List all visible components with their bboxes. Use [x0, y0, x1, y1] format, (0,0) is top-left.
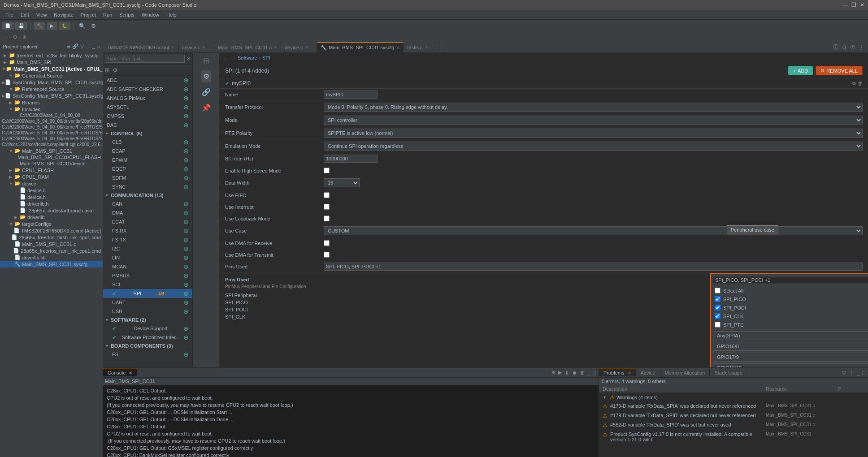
tree-item-sysconfig1[interactable]: ▶ 📄 SysConfig [Main_BMS_SPI_CC31.syscfg] — [0, 79, 103, 86]
tree-item-driverlib-folder[interactable]: ▶ 📂 driverlib — [0, 214, 103, 220]
instance-delete-icon[interactable]: 🗑 — [858, 81, 863, 86]
module-add-icon[interactable]: ⊕ — [183, 95, 189, 102]
tab-close-icon[interactable]: ✕ — [396, 45, 399, 50]
field-checkbox-dma-transmit[interactable] — [324, 252, 330, 258]
module-group-board[interactable]: ▼ BOARD COMPONENTS (3) — [103, 342, 192, 350]
field-checkbox-interrupt[interactable] — [324, 204, 330, 210]
tab-device-c2[interactable]: device.c ✕ — [281, 42, 317, 52]
maximize-panel-icon[interactable]: □ — [97, 43, 100, 49]
tree-item-mainbms-cc31[interactable]: ▼ 📁 Main_BMS_SPI_CC31 [Active - CPU1_FLA… — [0, 65, 103, 72]
module-add-icon[interactable]: ⊕ — [183, 156, 189, 164]
menu-project[interactable]: Project — [77, 11, 100, 18]
view-menu-icon[interactable]: ⋮ — [86, 43, 91, 49]
tree-item-inc4[interactable]: C:/ti/C2000Ware_5_04_00_00/kernel/FreeRT… — [0, 130, 103, 136]
module-add-icon[interactable]: ⊕ — [183, 308, 189, 315]
toolbar-build[interactable]: 🔨 — [34, 22, 45, 30]
field-checkbox-fifo[interactable] — [324, 192, 330, 198]
tree-item-inc1[interactable]: C:/ti/C2000Ware_5_04_00_00 — [0, 112, 103, 118]
tab-close-icon[interactable]: ✕ — [425, 45, 428, 50]
module-sw-prio-inter[interactable]: ✔ Software Prioritized Inter... ⊕ — [103, 333, 192, 342]
console-tab-close-icon[interactable]: ✕ — [129, 371, 132, 375]
editor-more-icon[interactable]: ⋮ — [859, 44, 864, 51]
toolbar-save[interactable]: 💾 — [15, 22, 27, 30]
tree-item-cmd2[interactable]: 📄 28p65x_freertos_ram_lnk_cpu1.cmd — [0, 247, 103, 254]
editor-history-icon[interactable]: ⏱ — [850, 44, 855, 51]
module-add-icon[interactable]: ⊕ — [183, 245, 189, 252]
module-icon-btn1[interactable]: ⊞ — [105, 67, 110, 73]
tree-item-sysconfig2[interactable]: ▶ 📄 SysConfig [Main_BMS_SPI_CC31.syscfg] — [0, 92, 103, 99]
module-dma[interactable]: DMA ⊕ — [103, 208, 192, 217]
module-sci[interactable]: SCI ⊕ — [103, 280, 192, 289]
dropdown-peripheral-select[interactable]: Any(SPIA) — [713, 331, 868, 340]
module-lin[interactable]: LIN ⊕ — [103, 253, 192, 262]
module-adc-safety[interactable]: ADC SAFETY CHECKER ⊕ — [103, 85, 192, 94]
module-add-icon[interactable]: ⊕ — [183, 227, 189, 234]
tree-item-devicec[interactable]: 📄 device.c — [0, 187, 103, 194]
field-select-pte-polarity[interactable]: SPIPTE is active low (normal) — [324, 129, 863, 138]
tree-item-deviceh[interactable]: 📄 device.h — [0, 194, 103, 200]
toolbar-new[interactable]: 📄 — [2, 22, 13, 30]
menu-run[interactable]: Run — [100, 11, 116, 18]
module-icon-btn2[interactable]: ⚙ — [113, 67, 118, 73]
tree-item-freertos[interactable]: ▶ 📁 freertos_ex1_c28x_led_blinky_syscfg — [0, 52, 103, 59]
module-mcan[interactable]: MCAN ⊕ — [103, 262, 192, 271]
module-uart[interactable]: UART ⊕ — [103, 298, 192, 307]
module-epwm[interactable]: EPWM ⊕ — [103, 155, 192, 164]
module-cmpss[interactable]: CMPSS ⊕ — [103, 112, 192, 121]
field-input-bitrate[interactable] — [324, 155, 378, 163]
console-toolbar-icon4[interactable]: ⏺ — [572, 370, 577, 375]
module-fsitx[interactable]: FSITX ⊕ — [103, 235, 192, 244]
maximize-btn[interactable]: ❐ — [851, 2, 856, 8]
problems-minimize-icon[interactable]: _ — [857, 370, 859, 375]
module-add-icon[interactable]: ⊕ — [183, 254, 189, 261]
tree-item-main-cc31[interactable]: ▼ 📂 Main_BMS_SPI_CC31 — [0, 147, 103, 154]
module-pmbus[interactable]: PMBUS ⊕ — [103, 271, 192, 280]
tree-item-generated[interactable]: ▼ 📂 Generated Source — [0, 72, 103, 79]
module-add-icon[interactable]: ⊕ — [183, 200, 189, 207]
tab-device-c1[interactable]: device.c ✕ — [178, 42, 214, 52]
dropdown-gpio18-select[interactable]: GPIO18/10 — [713, 363, 868, 367]
field-checkbox-high-speed[interactable] — [324, 168, 330, 173]
tab-close-icon[interactable]: ✕ — [273, 45, 277, 50]
console-toolbar-icon5[interactable]: 🗑 — [580, 370, 585, 375]
module-add-icon[interactable]: ⊕ — [183, 299, 189, 306]
spi-add-button[interactable]: + ADD — [788, 66, 813, 75]
tab-console[interactable]: Console ✕ — [103, 369, 137, 376]
module-clb[interactable]: CLB ⊕ — [103, 138, 192, 147]
module-sdfm[interactable]: SDFM ⊕ — [103, 173, 192, 182]
field-select-mode[interactable]: SPI controller — [324, 116, 863, 125]
menu-help[interactable]: Help — [163, 11, 180, 18]
menu-scripts[interactable]: Scripts — [116, 11, 138, 18]
module-add-icon[interactable]: ⊕ — [183, 174, 189, 181]
module-group-software[interactable]: ▼ SOFTWARE (2) — [103, 316, 192, 324]
module-device-support[interactable]: ✔ Device Support ⊕ — [103, 324, 192, 333]
problems-icon-btn[interactable]: ⋮ — [849, 370, 854, 376]
module-sync[interactable]: SYNC ⊕ — [103, 182, 192, 191]
dropdown-spi-pte[interactable]: SPI_PTE — [711, 320, 868, 329]
module-add-icon[interactable]: ⊕ — [183, 263, 189, 270]
field-checkbox-loopback[interactable] — [324, 216, 330, 221]
tab-stack-usage[interactable]: Stack Usage — [710, 369, 747, 376]
module-ecat[interactable]: ECAT ⊕ — [103, 217, 192, 226]
tree-item-inc6[interactable]: C:/ti/ccs1281/ccs/tools/compiler/ti-cgt-… — [0, 142, 103, 147]
module-eqep[interactable]: EQEP ⊕ — [103, 164, 192, 173]
instance-copy-icon[interactable]: ⧉ — [852, 81, 856, 86]
module-ecap[interactable]: ECAP ⊕ — [103, 147, 192, 155]
problems-maximize-icon[interactable]: □ — [862, 370, 865, 375]
module-add-icon[interactable]: ⊕ — [183, 112, 189, 120]
problem-row-4[interactable]: ⚠ Product SysConfig v1.17.0 is not curre… — [599, 430, 868, 444]
field-input-pins-used[interactable] — [324, 263, 863, 271]
problem-row-2[interactable]: ⚠ #179-D variable 'TxData_SPID' was decl… — [599, 411, 868, 421]
dropdown-checkbox[interactable] — [715, 322, 720, 328]
field-select-data-width[interactable]: 16 — [324, 178, 360, 187]
tree-item-cpu1flash2[interactable]: ▶ 📂 CPU1_FLASH — [0, 167, 103, 173]
module-usb[interactable]: USB ⊕ — [103, 307, 192, 316]
console-toolbar-icon2[interactable]: ▶ — [558, 370, 562, 375]
module-fsi[interactable]: FSI ⊕ — [103, 350, 192, 359]
module-add-icon[interactable]: ⊕ — [183, 86, 189, 93]
tab-problems[interactable]: Problems ✕ — [599, 369, 636, 376]
menu-file[interactable]: File — [2, 11, 17, 18]
console-toolbar-icon3[interactable]: ⏸ — [564, 370, 569, 375]
tree-item-device[interactable]: ▼ 📂 device — [0, 180, 103, 187]
tab-main-c[interactable]: Main_BMS_SPI_CC31.c ✕ — [214, 42, 281, 52]
